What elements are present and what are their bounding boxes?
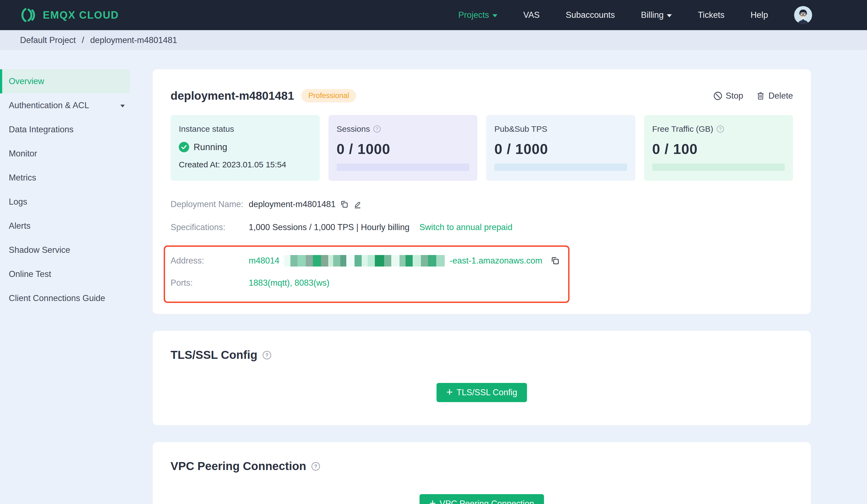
nav-item-tickets[interactable]: Tickets — [698, 10, 725, 20]
traffic-value: 0 / 100 — [652, 141, 785, 157]
sessions-card: Sessions ? 0 / 1000 — [329, 115, 478, 181]
deployment-info: Deployment Name: deployment-m4801481 — [171, 199, 793, 303]
deployment-overview-card: deployment-m4801481 Professional Stop — [153, 69, 811, 314]
copy-icon[interactable] — [340, 200, 349, 209]
emqx-logo-icon — [19, 6, 37, 24]
stop-button[interactable]: Stop — [713, 91, 743, 101]
add-tls-ssl-config-button[interactable]: + TLS/SSL Config — [437, 383, 527, 402]
nav-item-projects[interactable]: Projects — [459, 10, 497, 20]
sidebar-item-shadow-service[interactable]: Shadow Service — [0, 238, 130, 262]
tps-progress — [494, 164, 627, 171]
sidebar-item-logs[interactable]: Logs — [0, 190, 130, 214]
plus-icon: + — [446, 386, 453, 397]
add-vpc-peering-connection-button[interactable]: + VPC Peering Connection — [419, 494, 544, 504]
specifications-label: Specifications: — [171, 222, 249, 232]
question-circle-icon[interactable]: ? — [263, 351, 271, 360]
check-circle-icon — [179, 142, 189, 152]
sidebar-item-client-connections-guide[interactable]: Client Connections Guide — [0, 286, 130, 310]
sessions-label: Sessions — [337, 124, 370, 134]
edit-icon[interactable] — [353, 200, 362, 209]
svg-text:?: ? — [376, 127, 378, 131]
copy-icon[interactable] — [550, 256, 560, 265]
nav-item-help[interactable]: Help — [750, 10, 768, 20]
tps-value: 0 / 1000 — [494, 141, 627, 157]
sidebar-item-data-integrations[interactable]: Data Integrations — [0, 118, 130, 142]
sidebar-item-metrics[interactable]: Metrics — [0, 166, 130, 190]
instance-status-label: Instance status — [179, 124, 311, 134]
breadcrumb-separator: / — [82, 35, 84, 45]
svg-text:?: ? — [314, 463, 317, 469]
instance-status-card: Instance status Running Created At: 2023… — [171, 115, 320, 181]
tls-ssl-section: TLS/SSL Config ? + TLS/SSL Config — [153, 331, 811, 425]
question-circle-icon[interactable]: ? — [311, 462, 320, 471]
pubsub-tps-card: Pub&Sub TPS 0 / 1000 — [486, 115, 635, 181]
created-at: Created At: 2023.01.05 15:54 — [179, 160, 311, 169]
switch-annual-prepaid-link[interactable]: Switch to annual prepaid — [419, 222, 513, 232]
nav-item-vas[interactable]: VAS — [523, 10, 540, 20]
page: EMQX CLOUD Projects VAS Subaccounts Bill… — [0, 0, 867, 504]
connection-highlight-box: Address: m48014 -east-1.amazonaws.com — [164, 245, 569, 303]
stats-row: Instance status Running Created At: 2023… — [171, 115, 793, 181]
address-prefix: m48014 — [249, 256, 279, 266]
status-badge: Running — [194, 142, 227, 152]
question-circle-icon[interactable]: ? — [373, 125, 381, 133]
free-traffic-card: Free Traffic (GB) ? 0 / 100 — [644, 115, 793, 181]
top-navbar: EMQX CLOUD Projects VAS Subaccounts Bill… — [0, 0, 867, 30]
address-label: Address: — [171, 256, 249, 266]
nav-items: Projects VAS Subaccounts Billing Tickets… — [459, 6, 812, 24]
vpc-peering-section: VPC Peering Connection ? + VPC Peering C… — [153, 442, 811, 504]
user-avatar[interactable] — [794, 6, 812, 24]
stop-icon — [713, 91, 722, 100]
plan-badge: Professional — [301, 89, 356, 102]
breadcrumb: Default Project / deployment-m4801481 — [0, 30, 867, 50]
sidebar-item-alerts[interactable]: Alerts — [0, 214, 130, 238]
traffic-progress — [652, 164, 785, 171]
nav-item-billing[interactable]: Billing — [641, 10, 672, 20]
svg-text:?: ? — [265, 352, 268, 358]
sidebar-item-overview[interactable]: Overview — [0, 69, 130, 94]
sessions-progress — [337, 164, 469, 171]
sidebar-item-online-test[interactable]: Online Test — [0, 262, 130, 286]
sidebar-item-monitor[interactable]: Monitor — [0, 142, 130, 166]
sidebar-item-authentication-acl[interactable]: Authentication & ACL — [0, 94, 130, 118]
chevron-down-icon — [667, 14, 672, 17]
nav-item-subaccounts[interactable]: Subaccounts — [566, 10, 615, 20]
ports-value: 1883(mqtt), 8083(ws) — [249, 278, 330, 288]
delete-button[interactable]: Delete — [756, 91, 793, 101]
ports-label: Ports: — [171, 278, 249, 288]
traffic-label: Free Traffic (GB) — [652, 124, 714, 134]
brand[interactable]: EMQX CLOUD — [19, 6, 119, 24]
svg-text:?: ? — [719, 127, 722, 131]
tls-section-title: TLS/SSL Config — [171, 348, 257, 362]
plus-icon: + — [429, 498, 436, 504]
trash-icon — [756, 91, 765, 100]
breadcrumb-current: deployment-m4801481 — [90, 35, 177, 45]
vpc-section-title: VPC Peering Connection — [171, 460, 306, 473]
specifications-value: 1,000 Sessions / 1,000 TPS | Hourly bill… — [249, 222, 409, 232]
address-redaction-mosaic — [284, 255, 445, 266]
main-content: deployment-m4801481 Professional Stop — [130, 50, 867, 504]
deployment-name-value: deployment-m4801481 — [249, 199, 335, 209]
brand-name: EMQX CLOUD — [43, 9, 119, 21]
question-circle-icon[interactable]: ? — [716, 125, 724, 133]
sessions-value: 0 / 1000 — [337, 141, 469, 157]
sidebar: Overview Authentication & ACL Data Integ… — [0, 50, 130, 504]
deployment-name-label: Deployment Name: — [171, 199, 249, 209]
breadcrumb-project[interactable]: Default Project — [20, 35, 76, 45]
address-suffix: -east-1.amazonaws.com — [450, 256, 542, 266]
tps-label: Pub&Sub TPS — [494, 124, 547, 134]
page-title: deployment-m4801481 — [171, 89, 294, 102]
chevron-down-icon — [120, 103, 125, 107]
chevron-down-icon — [492, 14, 497, 17]
